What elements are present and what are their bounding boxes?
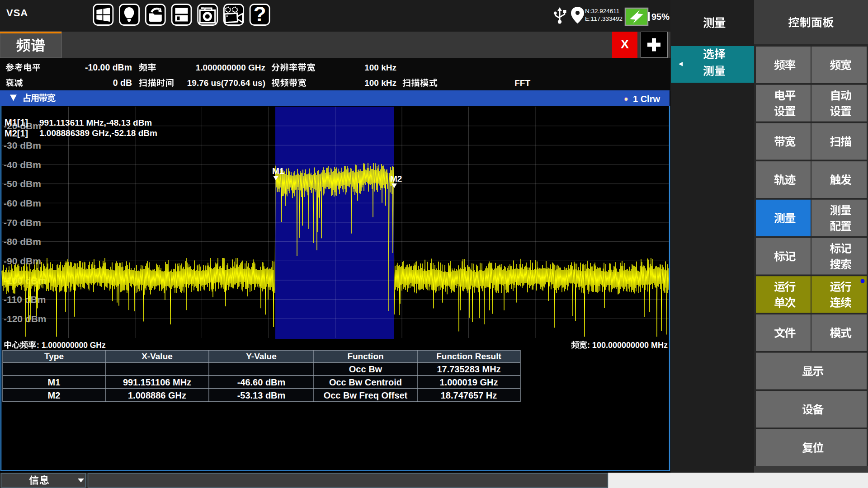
svg-text:17.735283 MHz: 17.735283 MHz bbox=[437, 364, 500, 374]
svg-text:95%: 95% bbox=[651, 12, 670, 22]
svg-text:M1: M1 bbox=[272, 166, 284, 176]
svg-text:991.151106 MHz: 991.151106 MHz bbox=[123, 377, 191, 387]
svg-text:N:32.924611: N:32.924611 bbox=[585, 8, 619, 14]
svg-text:1 Clrw: 1 Clrw bbox=[633, 94, 660, 104]
svg-text:M1: M1 bbox=[48, 377, 61, 387]
svg-text:1.000019 GHz: 1.000019 GHz bbox=[440, 377, 498, 387]
svg-text:-40 dBm: -40 dBm bbox=[4, 160, 41, 170]
svg-text:19.76 us(770.64 us): 19.76 us(770.64 us) bbox=[187, 78, 265, 88]
svg-text:?: ? bbox=[254, 2, 266, 26]
svg-text:M2: M2 bbox=[390, 174, 402, 183]
svg-text:-60 dBm: -60 dBm bbox=[4, 198, 41, 208]
svg-text:M1[1]: M1[1] bbox=[5, 117, 28, 127]
svg-text:-70 dBm: -70 dBm bbox=[4, 217, 41, 228]
svg-text:-110 dBm: -110 dBm bbox=[4, 294, 46, 305]
svg-text:18.747657 Hz: 18.747657 Hz bbox=[441, 390, 497, 400]
svg-text:Occ Bw Freq Offset: Occ Bw Freq Offset bbox=[324, 390, 408, 400]
svg-text:-120 dBm: -120 dBm bbox=[4, 314, 47, 324]
svg-text:1.008886 GHz: 1.008886 GHz bbox=[128, 390, 186, 400]
svg-text:M2[1]: M2[1] bbox=[5, 128, 28, 138]
svg-text:-80 dBm: -80 dBm bbox=[4, 236, 41, 247]
svg-text:-50 dBm: -50 dBm bbox=[4, 178, 41, 189]
svg-text:Function: Function bbox=[347, 352, 383, 361]
svg-text:1.000000000 GHz: 1.000000000 GHz bbox=[196, 63, 265, 72]
svg-text:Occ Bw: Occ Bw bbox=[349, 364, 382, 374]
svg-text:-46.60 dBm: -46.60 dBm bbox=[237, 377, 286, 387]
svg-text:Occ Bw Centroid: Occ Bw Centroid bbox=[329, 377, 402, 387]
svg-text:Type: Type bbox=[44, 352, 64, 361]
svg-text:-53.13 dBm: -53.13 dBm bbox=[237, 390, 286, 400]
svg-text:X: X bbox=[621, 38, 629, 51]
svg-text:100 kHz: 100 kHz bbox=[364, 78, 396, 88]
svg-text:M2: M2 bbox=[48, 390, 61, 400]
svg-text:Function Result: Function Result bbox=[436, 352, 501, 361]
svg-text:X-Value: X-Value bbox=[142, 352, 173, 361]
svg-text:-90 dBm: -90 dBm bbox=[4, 256, 41, 266]
svg-text:: 100.000000000 MHz: : 100.000000000 MHz bbox=[587, 341, 668, 350]
svg-text:: 1.000000000 GHz: : 1.000000000 GHz bbox=[37, 341, 106, 350]
svg-text:991.113611 MHz,-48.13 dBm: 991.113611 MHz,-48.13 dBm bbox=[39, 118, 152, 127]
svg-text:E:117.333492: E:117.333492 bbox=[585, 15, 623, 22]
svg-text:Y-Value: Y-Value bbox=[246, 352, 277, 361]
svg-text:VSA: VSA bbox=[6, 7, 28, 19]
svg-text:FFT: FFT bbox=[514, 78, 530, 88]
svg-text:1.008886389 GHz,-52.18 dBm: 1.008886389 GHz,-52.18 dBm bbox=[39, 128, 157, 138]
svg-text:100 kHz: 100 kHz bbox=[364, 63, 396, 72]
svg-text:0 dB: 0 dB bbox=[113, 78, 132, 88]
svg-text:-10.00 dBm: -10.00 dBm bbox=[85, 62, 132, 72]
svg-text:-30 dBm: -30 dBm bbox=[4, 140, 41, 150]
